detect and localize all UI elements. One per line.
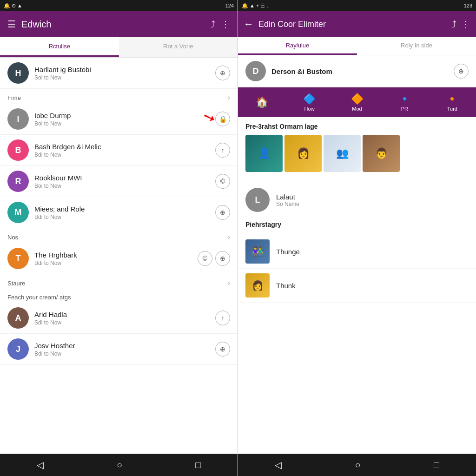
avatar-arid-initial: A [7,307,29,329]
avatar-rooklsour: R [7,171,29,192]
nav-icon-mod[interactable]: 🔶 Mod [333,91,381,113]
nav-icon-home[interactable]: 🏠 [238,94,285,110]
miees-name: Miees; and Role [34,205,215,213]
status-time-left: 124 [225,3,234,8]
avatar-iobe-initial: I [7,108,29,130]
list-item-iobe[interactable]: I Iobe Durmp Boi to New ➘ 🔒 [0,104,238,135]
turd-label: Turd [447,106,457,112]
featured-avatar-initial: H [7,62,29,84]
tab-rot-a-vorie[interactable]: Rot a Vorie [119,37,238,57]
nav-home-right[interactable]: ○ [344,456,371,474]
bash-action[interactable]: ↑ [215,143,230,158]
section-nos-arrow[interactable]: › [228,233,230,241]
photo-grid: 👤 👩 👥 👨 [245,135,469,172]
nav-square-right[interactable]: □ [423,456,450,474]
rooklsour-action[interactable]: © [215,174,230,189]
turd-icon: 🔸 [446,93,458,105]
photo-thumb-3[interactable]: 👥 [324,135,361,172]
section-staure: Staure › [0,274,238,289]
section-staure-arrow[interactable]: › [228,279,230,287]
hrghbark-action-1[interactable]: © [198,251,212,266]
featured-item-action[interactable]: ⊕ [215,66,230,80]
profile-avatar: D [245,61,266,81]
avatar-bash: B [7,139,29,161]
bash-info: Bash Brdgen &i Melic Bdi to New [34,143,215,158]
hrghbark-name: The Hrghbark [34,251,198,259]
rooklsour-info: Rooklsour MWI Boi to New [34,174,215,189]
how-label: How [304,106,315,112]
profile-action[interactable]: ⊕ [454,64,469,79]
nav-icons-row: 🏠 🔷 How 🔶 Mod 🔹 PR 🔸 Turd [238,87,476,117]
share-icon-right[interactable]: ⤴ [452,19,456,30]
nav-back-right[interactable]: ◁ [264,456,293,474]
mod-icon: 🔶 [351,93,364,105]
status-icons-right: 🔔 ▲ + ☰ ↓ [242,3,269,9]
more-icon-left[interactable]: ⋮ [221,19,230,30]
left-app-title: Edwich [21,19,205,30]
mod-label: Mod [352,106,362,112]
photo-section: Pre-3rahst Ormarn lage 👤 👩 👥 👨 [238,117,476,183]
list-item-hrghbark[interactable]: T The Hrghbark Bdi to Now © ⊕ [0,243,238,274]
featured-person-item[interactable]: L Lalaut So Name [238,183,476,217]
photo-thumb-4[interactable]: 👨 [363,135,400,172]
profile-info: Derson &i Bustom [271,67,454,75]
iobe-sub: Boi to New [34,120,215,127]
avatar-bash-initial: B [7,139,29,161]
list-item-arid[interactable]: A Arid Hadla Sdi to Now ↑ [0,303,238,334]
right-app-title: Edin Coor Elimiter [258,20,447,29]
section-feach: Feach your cream/ atgs [0,289,238,303]
piehrstagry-label: Piehrstagry [245,221,469,228]
section-fime-arrow[interactable]: › [228,93,230,102]
sub-item-thunge[interactable]: 👫 Thunge [238,235,476,269]
status-icons-left: 🔔 ⊙ ▲ [4,3,22,9]
nav-icon-how[interactable]: 🔷 How [285,91,333,113]
thunk-thumb: 👩 [245,273,270,298]
tab-rctulise[interactable]: Rctulise [0,37,119,57]
more-icon-right[interactable]: ⋮ [461,19,470,30]
menu-icon[interactable]: ☰ [7,19,16,30]
hrghbark-actions: © ⊕ [198,251,230,266]
avatar-iobe: I [7,108,29,130]
featured-person-info: Lalaut So Name [276,193,299,207]
photo-thumb-1[interactable]: 👤 [245,135,283,172]
miees-info: Miees; and Role Bdi to Now [34,205,215,220]
back-button[interactable]: ← [244,18,254,30]
avatar-hrghbark-initial: T [7,248,29,269]
photo-thumb-inner-4: 👨 [363,135,400,172]
miees-sub: Bdi to Now [34,214,215,220]
status-bar-right: 🔔 ▲ + ☰ ↓ 123 [238,0,476,11]
section-fime: Fime › [0,89,238,104]
hrghbark-action-2[interactable]: ⊕ [215,251,230,266]
bottom-nav-left: ◁ ○ □ [0,454,238,476]
iobe-name: Iobe Durmp [34,112,215,119]
photo-thumb-2[interactable]: 👩 [284,135,322,172]
iobe-action[interactable]: 🔒 [215,112,230,126]
arid-action[interactable]: ↑ [215,311,230,325]
miees-action[interactable]: ⊕ [215,205,230,220]
tab-roly-in-side[interactable]: Roly In side [357,37,476,55]
avatar-josv-initial: J [7,338,29,360]
featured-list-item[interactable]: H Harllant ig Bustobi Soi to New ⊕ [0,58,238,89]
list-item-josv[interactable]: J Josv Hosther Bdi to Now ⊕ [0,334,238,365]
nav-icon-turd[interactable]: 🔸 Turd [429,91,476,113]
list-item-bash[interactable]: B Bash Brdgen &i Melic Bdi to New ↑ [0,135,238,166]
tab-raylulue[interactable]: Raylulue [238,37,357,55]
bash-sub: Bdi to New [34,152,215,158]
thunge-thumb-inner: 👫 [245,239,270,264]
josv-action[interactable]: ⊕ [215,342,230,357]
list-item-rooklsour[interactable]: R Rooklsour MWI Boi to New © [0,166,238,197]
profile-avatar-initial: D [245,61,266,81]
sub-item-thunk[interactable]: 👩 Thunk [238,269,476,303]
list-item-miees[interactable]: M Miees; and Role Bdi to Now ⊕ [0,197,238,228]
section-staure-label: Staure [7,280,25,287]
nav-icon-pr[interactable]: 🔹 PR [381,91,428,113]
nav-back-left[interactable]: ◁ [26,456,55,474]
nav-home-left[interactable]: ○ [106,456,133,474]
share-icon-left[interactable]: ⤴ [211,19,215,30]
featured-item-name: Harllant ig Bustobi [34,66,215,73]
avatar-josv: J [7,338,29,360]
iobe-info: Iobe Durmp Boi to New [34,112,215,127]
nav-square-left[interactable]: □ [184,456,212,474]
avatar-hrghbark: T [7,248,29,269]
hrghbark-info: The Hrghbark Bdi to Now [34,251,198,266]
